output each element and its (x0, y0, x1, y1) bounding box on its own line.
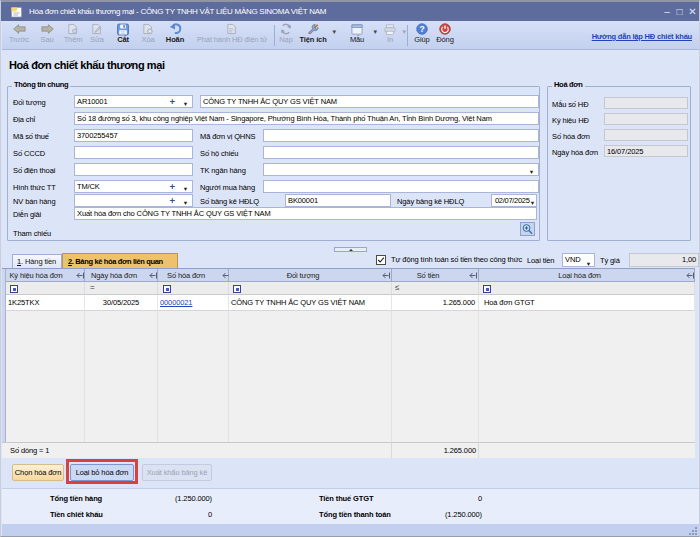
svg-text:?: ? (419, 24, 424, 34)
